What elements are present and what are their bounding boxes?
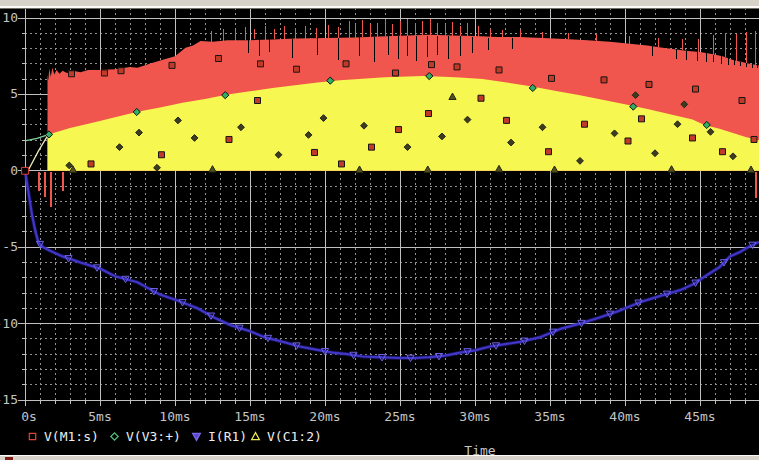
square-marker: [343, 61, 349, 67]
square-marker: [226, 136, 232, 142]
legend-label: I(R1): [208, 429, 247, 444]
square-marker: [601, 77, 607, 83]
probe-window: 1050-5-10-15 0s5ms10ms15ms20ms25ms30ms35…: [0, 0, 759, 460]
square-marker: [504, 117, 510, 123]
x-tick-label: 25ms: [370, 409, 430, 424]
square-marker: [429, 62, 435, 68]
square-marker: [22, 167, 29, 174]
x-tick-label: 35ms: [520, 409, 580, 424]
legend-label: V(C1:2): [267, 429, 322, 444]
y-tick-label: -10: [0, 316, 18, 331]
diamond-icon: [109, 431, 120, 442]
y-tick-label: -15: [0, 392, 18, 407]
square-marker: [294, 66, 300, 72]
square-marker: [118, 68, 124, 74]
square-marker: [693, 86, 699, 92]
legend-item-I(R1)[interactable]: I(R1): [191, 429, 247, 444]
x-tick-label: 45ms: [670, 409, 730, 424]
square-marker: [646, 81, 652, 87]
square-marker: [478, 95, 484, 101]
triangle-down-icon: [191, 431, 202, 442]
square-marker: [216, 55, 222, 61]
square-marker: [396, 127, 402, 133]
y-tick-label: 0: [0, 163, 18, 178]
legend-item-V(M1:s)[interactable]: V(M1:s): [27, 429, 99, 444]
square-marker: [102, 70, 108, 76]
x-tick-label: 5ms: [70, 409, 130, 424]
legend-item-V(V3:+)[interactable]: V(V3:+): [109, 429, 181, 444]
square-marker: [496, 67, 502, 73]
square-marker: [369, 144, 375, 150]
square-marker: [312, 149, 318, 155]
square-marker: [639, 116, 645, 122]
y-tick-label: 5: [0, 86, 18, 101]
window-chrome-bottom: [0, 455, 759, 460]
square-marker: [169, 62, 175, 68]
waveform-canvas: [0, 0, 759, 460]
square-marker: [454, 64, 460, 70]
square-marker: [549, 75, 555, 81]
x-tick-label: 40ms: [595, 409, 655, 424]
y-tick-label: -5: [0, 239, 18, 254]
x-tick-label: 10ms: [145, 409, 205, 424]
square-marker: [720, 149, 726, 155]
x-tick-label: 0s: [0, 409, 59, 424]
legend-item-V(C1:2)[interactable]: V(C1:2): [250, 429, 322, 444]
legend-label: V(M1:s): [44, 429, 99, 444]
square-marker: [739, 98, 745, 104]
square-marker: [339, 161, 345, 167]
trace-legend: V(M1:s)V(V3:+)I(R1)V(C1:2): [0, 429, 759, 445]
square-marker: [426, 111, 432, 117]
square-marker: [69, 71, 75, 77]
square-marker: [751, 136, 757, 142]
x-tick-label: 15ms: [220, 409, 280, 424]
legend-label: V(V3:+): [126, 429, 181, 444]
y-tick-label: 10: [0, 10, 18, 25]
square-marker: [255, 98, 261, 104]
square-marker: [582, 121, 588, 127]
square-marker: [88, 161, 94, 167]
x-tick-label: 30ms: [445, 409, 505, 424]
square-marker: [159, 152, 165, 158]
square-marker: [625, 138, 631, 144]
square-marker: [258, 61, 264, 67]
square-icon: [27, 431, 38, 442]
square-marker: [546, 149, 552, 155]
square-marker: [690, 135, 696, 141]
window-chrome-top: [0, 0, 759, 9]
x-tick-label: 20ms: [295, 409, 355, 424]
triangle-up-icon: [250, 431, 261, 442]
square-marker: [393, 70, 399, 76]
